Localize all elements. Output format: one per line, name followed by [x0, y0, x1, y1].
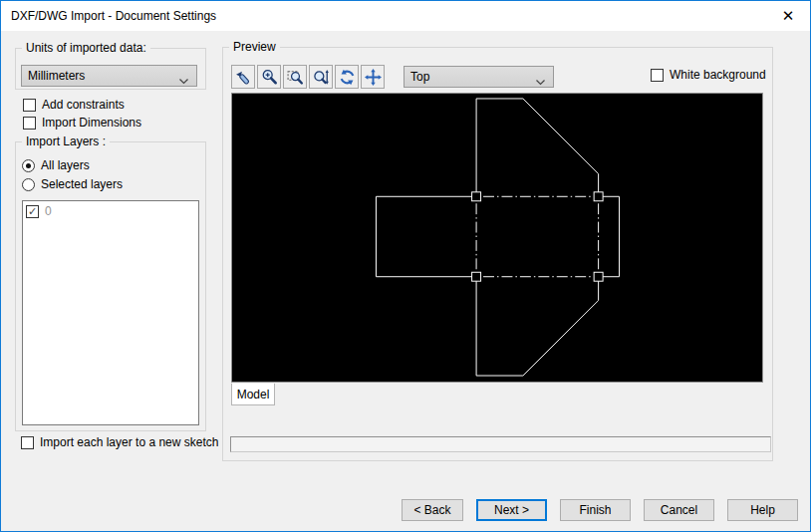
footer-buttons: < BackNext >FinishCancelHelp: [1, 499, 798, 521]
zoom-area-icon: [287, 69, 304, 86]
radio-row-all-layers[interactable]: All layers: [22, 158, 90, 172]
preview-canvas[interactable]: [231, 93, 763, 383]
zoom-to-area-button[interactable]: [283, 65, 307, 89]
layer-to-sketch-checkbox[interactable]: [21, 436, 34, 449]
select-wand-icon: [235, 69, 252, 86]
radio-button[interactable]: [22, 178, 35, 191]
units-combo[interactable]: Millimeters: [21, 65, 197, 87]
zoom-fit-icon: [313, 69, 330, 86]
next-button[interactable]: Next >: [476, 499, 547, 521]
chevron-down-icon: [536, 75, 545, 81]
rotate-view-icon: [339, 69, 356, 86]
add-constraints-label: Add constraints: [42, 98, 125, 112]
import-layers-group-label: Import Layers :: [22, 134, 110, 148]
sketch-point-marker: [594, 272, 603, 281]
chevron-down-icon: [179, 74, 188, 80]
back-button[interactable]: < Back: [402, 499, 463, 521]
units-group-label: Units of imported data:: [22, 41, 150, 55]
help-button[interactable]: Help: [727, 499, 798, 521]
radio-row-selected-layers[interactable]: Selected layers: [22, 177, 123, 191]
pan-view-button[interactable]: [361, 65, 385, 89]
rotate-view-button[interactable]: [335, 65, 359, 89]
window-title: DXF/DWG Import - Document Settings: [11, 9, 216, 23]
sketch-point-marker: [472, 272, 481, 281]
pan-view-icon: [365, 69, 382, 86]
select-tool-button[interactable]: [231, 65, 255, 89]
white-background-label: White background: [670, 68, 766, 82]
radio-label: All layers: [41, 158, 90, 172]
preview-toolbar: [231, 65, 385, 89]
units-combo-value: Millimeters: [28, 69, 85, 83]
progress-bar: [230, 436, 771, 452]
add-constraints-row[interactable]: Add constraints: [23, 98, 125, 112]
view-orientation-value: Top: [410, 70, 429, 84]
zoom-to-fit-button[interactable]: [309, 65, 333, 89]
dxf-dwg-import-dialog: DXF/DWG Import - Document Settings ✕ Uni…: [0, 0, 811, 532]
finish-button[interactable]: Finish: [560, 499, 631, 521]
close-icon: ✕: [782, 7, 795, 25]
radio-button[interactable]: [22, 159, 35, 172]
sketch-point-marker: [472, 192, 481, 201]
layer-to-sketch-label: Import each layer to a new sketch: [40, 435, 218, 449]
layer-label: 0: [45, 204, 52, 218]
white-background-row[interactable]: White background: [651, 68, 766, 82]
model-tab-label: Model: [237, 388, 270, 401]
view-orientation-combo[interactable]: Top: [404, 66, 554, 88]
layer-list-item[interactable]: ✓0: [23, 201, 198, 218]
radio-label: Selected layers: [41, 177, 123, 191]
layer-to-sketch-row[interactable]: Import each layer to a new sketch: [21, 435, 218, 449]
close-button[interactable]: ✕: [766, 1, 810, 30]
import-dimensions-checkbox[interactable]: [23, 117, 36, 130]
zoom-in-out-button[interactable]: [257, 65, 281, 89]
layers-listbox[interactable]: ✓0: [22, 200, 199, 425]
layer-checkbox[interactable]: ✓: [26, 205, 39, 218]
cancel-button[interactable]: Cancel: [644, 499, 714, 521]
import-dimensions-row[interactable]: Import Dimensions: [23, 116, 141, 130]
flat-pattern-drawing: [232, 94, 762, 382]
sketch-point-marker: [594, 192, 603, 201]
add-constraints-checkbox[interactable]: [23, 99, 36, 112]
preview-group-label: Preview: [229, 40, 280, 54]
white-background-checkbox[interactable]: [651, 69, 664, 82]
zoom-in-out-icon: [261, 69, 278, 86]
title-bar[interactable]: DXF/DWG Import - Document Settings ✕: [1, 1, 810, 31]
import-dimensions-label: Import Dimensions: [42, 116, 141, 130]
model-tab[interactable]: Model: [231, 384, 275, 405]
